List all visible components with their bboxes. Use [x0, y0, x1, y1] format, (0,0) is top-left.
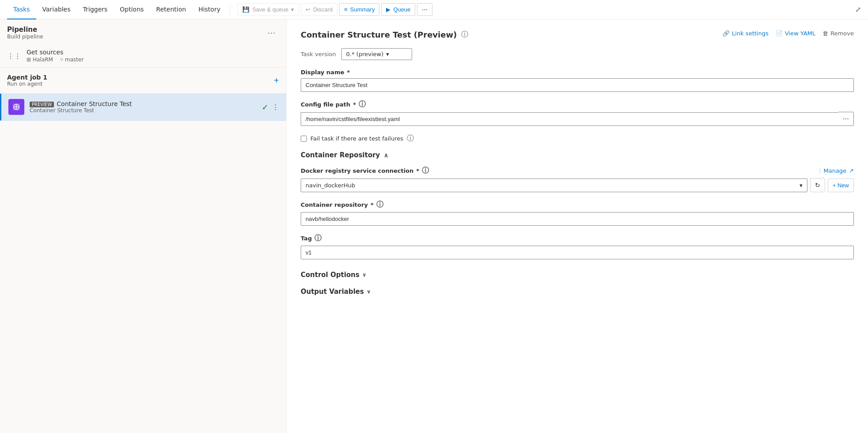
manage-link[interactable]: | Manage ↗: [819, 167, 854, 174]
branch-icon: ⑂: [60, 57, 63, 63]
more-icon: ⋯: [422, 6, 428, 13]
agent-job-title: Agent job 1: [7, 74, 47, 81]
tab-history[interactable]: History: [192, 0, 227, 19]
task-icon-wrapper: [8, 99, 24, 115]
task-check-icon: ✓: [262, 103, 268, 112]
tab-options[interactable]: Options: [114, 0, 150, 19]
task-actions: ✓ ⋮: [262, 103, 279, 112]
save-queue-button[interactable]: 💾 Save & queue ▾: [237, 3, 299, 16]
branch-info: ⑂ master: [60, 57, 84, 63]
agent-job-row: Agent job 1 Run on agent +: [0, 68, 286, 94]
tag-group: Tag ⓘ: [301, 234, 854, 259]
config-file-path-group: Config file path * ⓘ ⋯: [301, 100, 854, 126]
config-file-extra-button[interactable]: ⋯: [838, 112, 854, 126]
registry-select-row: navin_dockerHub ▾ ↻ + New: [301, 178, 854, 192]
task-menu-button[interactable]: ⋮: [272, 103, 279, 111]
discard-button[interactable]: ↩ Discard: [301, 3, 337, 16]
container-repo-group: Container repository * ⓘ: [301, 200, 854, 226]
pipeline-subtitle: Build pipeline: [7, 34, 43, 40]
task-version-label: Task version: [301, 51, 336, 57]
pipeline-more-button[interactable]: ⋯: [264, 26, 279, 39]
control-options-section: Control Options ∨: [301, 267, 854, 282]
remove-button[interactable]: 🗑 Remove: [822, 30, 854, 37]
summary-icon: ≡: [344, 6, 348, 13]
tab-variables[interactable]: Variables: [36, 0, 77, 19]
docker-registry-required: *: [416, 167, 419, 174]
refresh-icon: ↻: [815, 182, 820, 189]
config-file-input[interactable]: [301, 112, 838, 126]
docker-registry-info-icon[interactable]: ⓘ: [422, 166, 429, 175]
config-file-input-row: ⋯: [301, 112, 854, 126]
save-chevron-icon: ▾: [291, 6, 294, 13]
fail-task-label: Fail task if there are test failures: [310, 135, 403, 142]
version-select[interactable]: 0.* (preview) ▾: [341, 48, 412, 60]
task-item[interactable]: PREVIEWContainer Structure Test Containe…: [0, 94, 286, 121]
agent-job-left: Agent job 1 Run on agent: [7, 74, 47, 87]
detail-title: Container Structure Test (Preview): [301, 30, 457, 39]
left-panel: Pipeline Build pipeline ⋯ ⋮⋮ Get sources…: [0, 19, 287, 433]
pipeline-info: Pipeline Build pipeline: [7, 26, 43, 40]
registry-dropdown[interactable]: navin_dockerHub ▾: [301, 179, 807, 192]
tab-retention[interactable]: Retention: [150, 0, 192, 19]
reorder-icon: ⋮⋮: [7, 52, 21, 60]
task-subtitle: Container Structure Test: [30, 107, 256, 114]
output-variables-header[interactable]: Output Variables ∨: [301, 284, 854, 299]
docker-registry-group: Docker registry service connection * ⓘ |…: [301, 166, 854, 192]
config-file-label: Config file path * ⓘ: [301, 100, 854, 109]
config-file-required: *: [353, 101, 356, 108]
link-icon: 🔗: [723, 30, 730, 37]
queue-icon: ▶: [386, 6, 390, 13]
more-options-button[interactable]: ⋯: [417, 3, 432, 16]
container-repo-info-icon[interactable]: ⓘ: [376, 200, 383, 209]
repo-info: ⊞ HalaRM: [27, 57, 53, 63]
control-options-header[interactable]: Control Options ∨: [301, 267, 854, 282]
task-badge: PREVIEW: [30, 102, 54, 107]
config-info-icon[interactable]: ⓘ: [359, 100, 366, 109]
add-task-button[interactable]: +: [274, 76, 279, 86]
task-info: PREVIEWContainer Structure Test Containe…: [30, 100, 256, 114]
display-name-group: Display name *: [301, 69, 854, 92]
tab-triggers[interactable]: Triggers: [77, 0, 114, 19]
tag-info-icon[interactable]: ⓘ: [314, 234, 321, 243]
save-icon: 💾: [242, 6, 249, 13]
detail-actions: 🔗 Link settings 📄 View YAML 🗑 Remove: [723, 30, 854, 37]
title-info-icon[interactable]: ⓘ: [461, 30, 468, 39]
nav-actions: 💾 Save & queue ▾ ↩ Discard ≡ Summary ▶ Q…: [237, 3, 432, 16]
fail-task-info-icon[interactable]: ⓘ: [407, 134, 414, 143]
task-version-row: Task version 0.* (preview) ▾: [301, 48, 854, 60]
right-panel: Container Structure Test (Preview) ⓘ 🔗 L…: [287, 19, 868, 433]
control-options-chevron: ∨: [362, 272, 367, 278]
top-nav: Tasks Variables Triggers Options Retenti…: [0, 0, 868, 19]
container-repository-chevron: ∧: [383, 152, 388, 159]
manage-separator: |: [819, 167, 821, 174]
tab-tasks[interactable]: Tasks: [7, 0, 36, 19]
main-layout: Pipeline Build pipeline ⋯ ⋮⋮ Get sources…: [0, 19, 868, 433]
registry-chevron-icon: ▾: [799, 182, 803, 189]
tag-input[interactable]: [301, 246, 854, 259]
link-settings-button[interactable]: 🔗 Link settings: [723, 30, 769, 37]
task-name: PREVIEWContainer Structure Test: [30, 100, 256, 107]
detail-title-row: Container Structure Test (Preview) ⓘ: [301, 30, 468, 39]
agent-job-info: Agent job 1 Run on agent: [7, 74, 47, 87]
container-repository-header[interactable]: Container Repository ∧: [301, 151, 854, 159]
task-icon: [12, 103, 21, 111]
agent-job-subtitle: Run on agent: [7, 81, 47, 87]
registry-refresh-button[interactable]: ↻: [810, 178, 825, 192]
container-repo-input[interactable]: [301, 212, 854, 226]
view-yaml-button[interactable]: 📄 View YAML: [776, 30, 815, 37]
nav-divider: [230, 4, 230, 15]
version-chevron-icon: ▾: [386, 51, 389, 57]
display-name-label: Display name *: [301, 69, 854, 76]
registry-new-button[interactable]: + New: [828, 179, 854, 192]
fail-task-checkbox[interactable]: [301, 136, 307, 142]
docker-registry-label: Docker registry service connection * ⓘ: [301, 166, 429, 175]
expand-icon[interactable]: ⤢: [855, 5, 861, 14]
detail-header: Container Structure Test (Preview) ⓘ 🔗 L…: [301, 30, 854, 39]
remove-icon: 🗑: [822, 30, 828, 37]
container-repo-label: Container repository * ⓘ: [301, 200, 854, 209]
queue-button[interactable]: ▶ Queue: [381, 3, 415, 16]
display-name-input[interactable]: [301, 78, 854, 92]
summary-button[interactable]: ≡ Summary: [339, 3, 379, 16]
discard-icon: ↩: [306, 6, 310, 13]
manage-external-icon: ↗: [849, 167, 854, 174]
